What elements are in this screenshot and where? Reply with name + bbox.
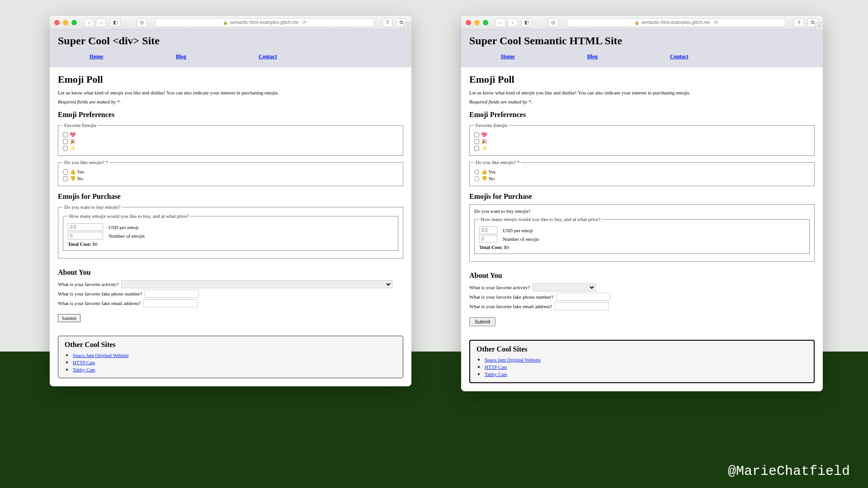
total-cost: Total Cost: $0 <box>68 241 393 247</box>
like-no-checkbox[interactable] <box>63 176 68 181</box>
description: Let us know what kind of emojis you like… <box>469 90 815 95</box>
price-input[interactable] <box>68 223 103 231</box>
submit-button[interactable]: Submit <box>58 314 80 322</box>
nav-contact[interactable]: Contact <box>670 53 689 60</box>
address-bar[interactable]: 🔒 semantic-html-examples.glitch.me ⟳ <box>155 18 374 27</box>
activity-label: What is your favorite activity? <box>469 285 530 290</box>
address-bar[interactable]: 🔒 semantic-html-examples.glitch.me ⟳ <box>566 18 786 27</box>
total-label: Total Cost: <box>479 244 503 250</box>
fav-option: 💖 <box>63 131 398 138</box>
forward-button[interactable]: › <box>96 18 107 27</box>
link-spacejam[interactable]: Space Jam Original Website <box>485 357 541 362</box>
like-no-label: 👎 No <box>70 176 83 182</box>
page-body: Super Cool <div> Site Home Blog Contact … <box>50 29 411 378</box>
back-button[interactable]: ‹ <box>84 18 94 27</box>
total-value: $0 <box>504 244 509 250</box>
sidebar-button[interactable]: ◧ <box>110 18 121 27</box>
purchase-heading: Emojis for Purchase <box>469 192 815 201</box>
like-no-radio[interactable] <box>474 176 479 181</box>
page-body: Super Cool Semantic HTML Site Home Blog … <box>461 29 823 383</box>
price-label: USD per emoji <box>503 228 533 233</box>
site-title: Super Cool <div> Site <box>58 35 403 47</box>
browser-window-semantic-site: ‹ › ◧ ◎ 🔒 semantic-html-examples.glitch.… <box>461 16 823 391</box>
new-tab-button[interactable]: + <box>815 22 823 29</box>
fav-checkbox[interactable] <box>63 132 68 137</box>
titlebar: ‹ › ◧ ◎ 🔒 semantic-html-examples.glitch.… <box>461 16 823 29</box>
nav-blog[interactable]: Blog <box>176 53 186 60</box>
email-label: What is your favorite fake email address… <box>469 304 552 309</box>
nav-contact[interactable]: Contact <box>259 53 277 60</box>
nav-home[interactable]: Home <box>90 53 104 60</box>
lock-icon: 🔒 <box>223 20 228 25</box>
close-icon[interactable] <box>54 20 60 25</box>
like-emojis-fieldset: Do you like emojis? * 👍 Yes 👎 No <box>469 160 815 186</box>
sidebar-button[interactable]: ◧ <box>521 18 532 27</box>
share-button[interactable]: ⇪ <box>793 18 804 27</box>
forward-button[interactable]: › <box>507 18 518 27</box>
site-title: Super Cool Semantic HTML Site <box>469 35 815 47</box>
howmany-fieldset: How many emojis would you like to buy, a… <box>474 216 810 254</box>
minimize-icon[interactable] <box>474 20 480 25</box>
reload-icon[interactable]: ⟳ <box>714 19 718 25</box>
fav-checkbox[interactable] <box>63 139 68 144</box>
price-input[interactable] <box>479 226 497 234</box>
fav-checkbox[interactable] <box>474 132 479 137</box>
fav-label: 💖 <box>70 132 76 138</box>
maximize-icon[interactable] <box>71 20 77 25</box>
nav-home[interactable]: Home <box>501 53 515 60</box>
count-label: Number of emojis <box>503 236 539 242</box>
count-input[interactable] <box>68 232 103 239</box>
link-httpcats[interactable]: HTTP Cats <box>73 360 95 365</box>
like-emojis-legend: Do you like emojis? * <box>63 160 109 165</box>
description: Let us know what kind of emojis you like… <box>58 90 403 95</box>
titlebar: ‹ › ◧ ◎ 🔒 semantic-html-examples.glitch.… <box>50 16 411 29</box>
about-heading: About You <box>58 268 403 277</box>
lock-icon: 🔒 <box>634 20 639 25</box>
email-input[interactable] <box>143 299 198 307</box>
activity-select[interactable] <box>533 283 596 291</box>
privacy-button[interactable]: ◎ <box>137 18 147 27</box>
count-input[interactable] <box>479 235 497 243</box>
back-button[interactable]: ‹ <box>495 18 506 27</box>
traffic-lights <box>54 20 77 25</box>
link-spacejam[interactable]: Space Jam Original Website <box>73 352 129 358</box>
content: Emoji Poll Let us know what kind of emoj… <box>50 67 411 330</box>
close-icon[interactable] <box>466 20 471 25</box>
url-text: semantic-html-examples.glitch.me <box>642 20 710 25</box>
required-note: Required fields are maked by *. <box>469 99 815 104</box>
fav-label: 🎉 <box>481 139 487 145</box>
like-yes-label: 👍 Yes <box>70 169 84 175</box>
author-handle: @MarieChatfield <box>728 464 850 479</box>
other-sites-box: Other Cool Sites Space Jam Original Webs… <box>58 336 403 378</box>
link-httpcats[interactable]: HTTP Cats <box>485 364 507 370</box>
minimize-icon[interactable] <box>63 20 68 25</box>
link-tabbycats[interactable]: Tabby Cats <box>485 371 507 377</box>
activity-select[interactable] <box>121 280 392 288</box>
site-header: Super Cool Semantic HTML Site Home Blog … <box>461 29 823 67</box>
phone-input[interactable] <box>556 293 610 301</box>
share-button[interactable]: ⇪ <box>382 18 393 27</box>
reload-icon[interactable]: ⟳ <box>302 19 307 25</box>
submit-button[interactable]: Submit <box>469 317 495 326</box>
like-yes-checkbox[interactable] <box>63 169 68 174</box>
purchase-fieldset: Do you want to buy emojis? How many emoj… <box>469 204 815 262</box>
link-tabbycats[interactable]: Tabby Cats <box>73 367 95 372</box>
privacy-button[interactable]: ◎ <box>548 18 559 27</box>
fav-option: 🎉 <box>63 138 398 145</box>
new-tab-button[interactable]: + <box>404 22 411 29</box>
fav-checkbox[interactable] <box>63 146 68 151</box>
nav-blog[interactable]: Blog <box>587 53 598 60</box>
fav-label: 💖 <box>481 132 487 138</box>
email-label: What is your favorite fake email address… <box>58 300 141 306</box>
nav: Home Blog Contact <box>469 52 815 65</box>
phone-input[interactable] <box>145 290 199 298</box>
url-text: semantic-html-examples.glitch.me <box>230 20 298 25</box>
howmany-fieldset: How many emojis would you like to buy, a… <box>63 213 398 251</box>
maximize-icon[interactable] <box>483 20 488 25</box>
nav: Home Blog Contact <box>58 52 403 65</box>
fav-checkbox[interactable] <box>474 139 479 144</box>
favorite-emojis-legend: Favorite Emojis <box>474 122 509 128</box>
email-input[interactable] <box>555 302 609 310</box>
like-yes-radio[interactable] <box>474 169 479 174</box>
fav-checkbox[interactable] <box>474 146 479 151</box>
